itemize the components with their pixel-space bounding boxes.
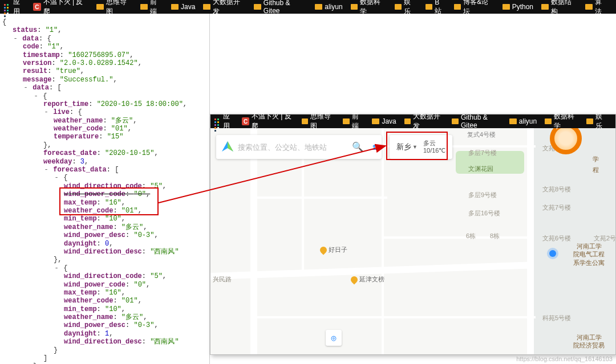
folder-icon <box>171 4 179 10</box>
bookmark-item[interactable]: C不温卜火 | 反爬 <box>242 112 293 131</box>
json-value: "西南风" <box>150 248 179 256</box>
json-value: "1602756895.07" <box>68 51 129 59</box>
folder-icon <box>351 4 358 10</box>
json-tree-panel[interactable]: { status: "1", - data: { code: "1", time… <box>0 14 210 364</box>
json-value: "01" <box>121 207 138 215</box>
building-label: 复式4号楼 <box>467 130 496 139</box>
apps-icon[interactable] <box>3 3 11 11</box>
pin-icon <box>350 275 359 284</box>
search-icon[interactable]: 🔍 <box>352 141 363 153</box>
bookmark-item[interactable]: B站 <box>425 0 446 16</box>
json-value: "1" <box>46 26 58 34</box>
json-value: "16" <box>105 199 121 207</box>
pin-icon <box>319 245 329 255</box>
bookmark-item[interactable]: 数据科学 <box>351 0 387 17</box>
apps-label[interactable]: 应用 <box>13 0 26 17</box>
directions-icon[interactable]: ↥ <box>371 141 377 153</box>
park-label: 文渊花园 <box>468 165 493 173</box>
bookmarks-bar-outer: 应用 C不温卜火 | 反爬 思维导图 前端 Java 大数据开发 Github … <box>0 0 616 14</box>
bookmark-item[interactable]: Github & Gitee <box>452 113 501 129</box>
bookmark-item[interactable]: 数据科学 <box>545 112 578 131</box>
json-value: "10" <box>105 215 121 223</box>
json-value: "5" <box>150 182 163 190</box>
json-value: "01" <box>111 125 128 133</box>
bookmark-item[interactable]: aliyun <box>315 3 342 11</box>
chevron-down-icon[interactable]: ▼ <box>412 144 418 150</box>
bookmark-item[interactable]: Java <box>171 3 195 11</box>
json-value: "0" <box>133 281 146 289</box>
search-input[interactable] <box>238 143 348 152</box>
bookmark-item[interactable]: C不温卜火 | 反爬 <box>33 0 88 17</box>
folder-icon <box>585 4 593 10</box>
collapse-toggle[interactable]: - <box>43 166 49 174</box>
json-value: "true" <box>56 67 80 75</box>
road <box>382 128 384 354</box>
json-value: "多云" <box>121 313 143 321</box>
campus-label: 河南工学院电气工程系学生公寓 <box>573 242 605 267</box>
folder-icon <box>96 4 104 10</box>
bookmark-item[interactable]: 思维导图 <box>302 112 335 131</box>
bookmark-item[interactable]: 思维导图 <box>96 0 132 17</box>
collapse-toggle[interactable]: - <box>43 108 49 116</box>
json-value: "2020-10-15 18:00:00" <box>97 100 183 108</box>
bookmark-item[interactable]: 大数据开发 <box>203 0 246 17</box>
bookmark-item[interactable]: Github & Gitee <box>254 0 307 15</box>
json-value: "5" <box>150 272 163 280</box>
road <box>527 128 534 354</box>
apps-label[interactable]: 应用 <box>223 112 236 131</box>
collapse-toggle[interactable]: - <box>13 35 18 43</box>
folder-icon <box>545 118 552 124</box>
bookmark-item[interactable]: Python <box>502 3 533 11</box>
apps-icon[interactable] <box>214 118 221 125</box>
json-value: "16" <box>105 289 121 297</box>
bookmark-item[interactable]: aliyun <box>509 117 537 125</box>
json-value: "多云" <box>121 223 143 231</box>
collapse-toggle[interactable]: - <box>23 84 29 92</box>
building-label: 文苑7号楼 <box>542 203 571 212</box>
bookmark-item[interactable]: Java <box>372 117 396 125</box>
map-canvas[interactable]: 兴民路 好日子 延津文榜 复式4号楼 多层7号楼 文渊花园 多层9号楼 多层16… <box>210 128 615 354</box>
folder-icon <box>541 4 549 10</box>
road <box>302 145 304 276</box>
map-poi[interactable]: 延津文榜 <box>351 275 384 284</box>
json-value: "0-3" <box>133 321 154 329</box>
collapse-toggle[interactable]: - <box>33 92 39 100</box>
building-label: 多层7号楼 <box>468 149 497 157</box>
map-poi[interactable]: 好日子 <box>320 246 347 254</box>
json-value: "01" <box>121 297 138 305</box>
collapse-toggle[interactable]: - <box>54 264 59 272</box>
bookmark-item[interactable]: 大数据开发 <box>404 112 444 131</box>
json-value: "10" <box>105 305 121 313</box>
c-icon: C <box>33 3 41 11</box>
weather-condition: 多云 10/16℃ <box>423 140 446 154</box>
json-value: "15" <box>107 133 124 141</box>
json-value: "0" <box>133 190 146 198</box>
road <box>250 197 387 199</box>
locate-button[interactable]: ◎ <box>326 330 342 346</box>
json-value: "2.0-3.0.0289.1542" <box>60 59 138 67</box>
bookmark-item[interactable]: 博客&论坛 <box>454 0 495 17</box>
weather-widget[interactable]: 新乡 ▼ 多云 10/16℃ <box>390 135 452 159</box>
building-label: 文苑8号楼 <box>542 185 571 194</box>
embedded-map-screenshot: 应用 C不温卜火 | 反爬 思维导图 前端 Java 大数据开发 Github … <box>210 114 616 355</box>
bookmark-item[interactable]: 娱乐 <box>395 0 418 17</box>
map-search-bar: 🔍 ↥ <box>216 135 382 159</box>
json-value: "多云" <box>111 117 133 125</box>
json-value: "2020-10-15" <box>105 149 154 157</box>
json-value: "1" <box>47 43 60 51</box>
bookmark-item[interactable]: 数据结构 <box>541 0 577 17</box>
road <box>382 236 530 239</box>
folder-icon <box>302 118 309 124</box>
collapse-toggle[interactable]: - <box>54 174 59 182</box>
watermark: https://blog.csdn.net/qq_16146103 <box>516 355 613 362</box>
bookmark-item[interactable]: 算法 <box>585 0 608 17</box>
road-label: 兴民路 <box>213 275 232 284</box>
bookmarks-bar-inner: 应用 C不温卜火 | 反爬 思维导图 前端 Java 大数据开发 Github … <box>210 114 615 128</box>
campus-label: 河南工学院经济贸易 <box>573 333 605 350</box>
bookmark-item[interactable]: 前端 <box>343 112 364 131</box>
folder-icon <box>509 118 517 124</box>
bookmark-item[interactable]: 前端 <box>140 0 163 17</box>
amap-logo-icon <box>221 140 234 154</box>
bookmark-item[interactable]: 娱乐 <box>586 112 607 131</box>
folder-icon <box>502 4 510 10</box>
